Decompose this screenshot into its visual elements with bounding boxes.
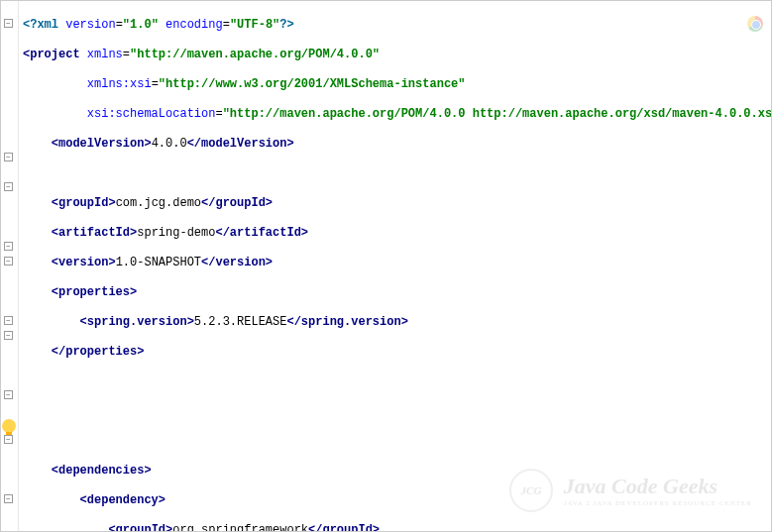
fold-icon[interactable]: − <box>4 242 13 251</box>
code-line[interactable]: <version>1.0-SNAPSHOT</version> <box>19 256 771 270</box>
code-line[interactable]: xmlns:xsi="http://www.w3.org/2001/XMLSch… <box>19 77 771 92</box>
lightbulb-icon[interactable] <box>2 419 16 433</box>
fold-icon[interactable]: − <box>4 435 13 444</box>
fold-icon[interactable]: − <box>4 19 13 28</box>
code-line[interactable]: <groupId>org.springframework</groupId> <box>19 523 771 531</box>
code-line[interactable] <box>19 166 771 181</box>
code-line[interactable]: <artifactId>spring-demo</artifactId> <box>19 226 771 241</box>
code-line[interactable]: <spring.version>5.2.3.RELEASE</spring.ve… <box>19 315 771 330</box>
gutter: − − − − − − − − − − <box>1 1 19 531</box>
code-line[interactable]: <dependencies> <box>19 464 771 479</box>
code-line[interactable] <box>19 434 771 449</box>
fold-icon[interactable]: − <box>4 494 13 503</box>
code-line[interactable]: <project xmlns="http://maven.apache.org/… <box>19 48 771 62</box>
code-line[interactable]: xsi:schemaLocation="http://maven.apache.… <box>19 107 771 122</box>
code-line[interactable]: <dependency> <box>19 493 771 508</box>
fold-icon[interactable]: − <box>4 182 13 191</box>
code-line[interactable] <box>19 374 771 389</box>
code-line[interactable]: <?xml version="1.0" encoding="UTF-8"?> <box>19 18 771 33</box>
fold-icon[interactable]: − <box>4 390 13 399</box>
code-line[interactable]: <modelVersion>4.0.0</modelVersion> <box>19 137 771 152</box>
code-line[interactable]: <properties> <box>19 285 771 300</box>
code-line[interactable]: <groupId>com.jcg.demo</groupId> <box>19 196 771 211</box>
code-line[interactable] <box>19 404 771 419</box>
fold-icon[interactable]: − <box>4 331 13 340</box>
fold-icon[interactable]: − <box>4 257 13 266</box>
fold-icon[interactable]: − <box>4 153 13 161</box>
code-area[interactable]: <?xml version="1.0" encoding="UTF-8"?> <… <box>19 1 771 531</box>
code-line[interactable]: </properties> <box>19 345 771 360</box>
code-editor[interactable]: − − − − − − − − − − <?xml version="1.0" … <box>0 0 772 532</box>
fold-icon[interactable]: − <box>4 316 13 325</box>
chrome-icon <box>747 16 763 32</box>
